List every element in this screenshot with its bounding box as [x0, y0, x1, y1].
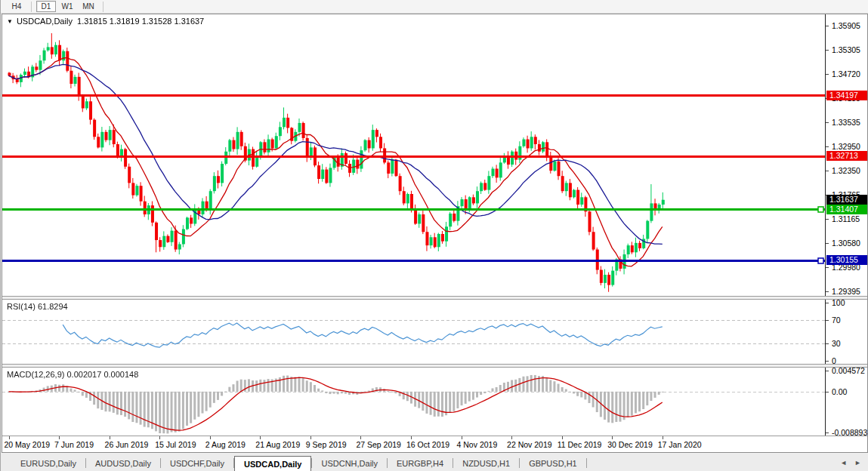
macd-tick-label: -0.008893: [832, 428, 867, 436]
macd-pane: MACD(12,26,9) 0.002017 0.000148 0.004572…: [2, 368, 867, 436]
date-axis-label: 11 Dec 2019: [558, 440, 602, 449]
toolbar-separator: [31, 2, 32, 12]
rsi-tick-mark: [826, 320, 829, 321]
date-axis-label: 27 Sep 2019: [356, 440, 401, 449]
macd-tick-label: 0.00: [832, 387, 847, 396]
date-axis-label: 22 Nov 2019: [507, 440, 552, 449]
price-tick-mark: [826, 171, 829, 171]
date-tick-mark: [360, 436, 361, 439]
tab-scroll-left-icon[interactable]: ◄: [840, 459, 847, 466]
date-axis-label: 7 Jun 2019: [54, 440, 94, 449]
date-axis-label: 30 Dec 2019: [607, 440, 653, 449]
price-tick-label: 1.32950: [832, 142, 860, 151]
chart-ohlc-values: 1.31815 1.31819 1.31528 1.31637: [77, 17, 204, 26]
symbol-tab-nzdusd[interactable]: NZDUSD,H1: [453, 456, 519, 471]
rsi-tick-label: 0: [832, 356, 836, 364]
date-axis-label: 4 Nov 2019: [457, 440, 498, 449]
date-axis-label: 9 Sep 2019: [306, 440, 347, 449]
price-tick-label: 1.35305: [832, 45, 860, 54]
date-axis-label: 15 Jul 2019: [155, 440, 196, 449]
tab-separator: [586, 458, 587, 468]
symbol-tab-bar: EURUSD,DailyAUDUSD,DailyUSDCHF,DailyUSDC…: [1, 454, 868, 471]
macd-axis: 0.0045720.00-0.008893: [825, 368, 867, 436]
rsi-tick-label: 30: [832, 339, 841, 348]
date-axis-label: 2 Aug 2019: [205, 440, 246, 449]
price-line-tag[interactable]: 1.31407: [826, 205, 867, 214]
rsi-pane: RSI(14) 61.8294 10070300: [2, 300, 867, 364]
price-tick-mark: [826, 267, 829, 268]
date-tick-mark: [210, 436, 211, 439]
date-axis-label: 20 May 2019: [5, 440, 51, 449]
chart-symbol-label: USDCAD,Daily: [17, 17, 73, 26]
price-line-tag[interactable]: 1.30155: [826, 255, 867, 265]
rsi-chart-canvas[interactable]: [2, 300, 825, 364]
price-tick-label: 1.34720: [832, 69, 860, 78]
date-axis-label: 16 Oct 2019: [406, 440, 449, 449]
symbol-tab-eurusd[interactable]: EURUSD,Daily: [11, 456, 85, 471]
price-tick-mark: [826, 50, 829, 51]
symbol-tab-gbpusd[interactable]: GBPUSD,H1: [520, 456, 586, 471]
rsi-label: RSI(14) 61.8294: [7, 302, 68, 311]
mt4-chart-app: H4D1W1MN ▼USDCAD,Daily 1.31815 1.31819 1…: [0, 0, 868, 471]
date-axis-label: 17 Jan 2020: [658, 440, 702, 449]
symbol-tab-eurgbp[interactable]: EURGBP,H4: [388, 456, 453, 471]
chart-dropdown-icon[interactable]: ▼: [7, 18, 13, 25]
rsi-tick-mark: [826, 303, 829, 303]
price-tick-mark: [826, 243, 829, 244]
date-tick-mark: [310, 436, 311, 439]
symbol-tab-audusd[interactable]: AUDUSD,Daily: [86, 456, 160, 471]
price-tick-mark: [826, 291, 829, 292]
macd-label: MACD(12,26,9) 0.002017 0.000148: [7, 370, 138, 379]
tab-scroll-arrows: ◄►: [840, 454, 868, 471]
date-tick-mark: [663, 436, 663, 439]
timeframe-button-mn[interactable]: MN: [79, 1, 98, 12]
timeframe-button-d1[interactable]: D1: [36, 1, 56, 12]
rsi-tick-mark: [826, 361, 829, 362]
toolbar-separator: [103, 2, 103, 12]
current-price-tag: 1.31637: [826, 195, 867, 205]
date-tick-mark: [9, 436, 10, 439]
price-tick-mark: [826, 122, 829, 123]
chart-window: ▼USDCAD,Daily 1.31815 1.31819 1.31528 1.…: [2, 14, 868, 453]
price-line-tag[interactable]: 1.32713: [826, 151, 867, 161]
macd-tick-mark: [826, 392, 829, 392]
price-axis: 1.359051.353051.347201.341351.335351.329…: [825, 14, 867, 296]
timeframe-button-w1[interactable]: W1: [57, 1, 77, 12]
chart-title: ▼USDCAD,Daily 1.31815 1.31819 1.31528 1.…: [7, 17, 204, 26]
tab-scroll-right-icon[interactable]: ►: [854, 459, 861, 466]
price-tick-mark: [826, 146, 829, 147]
symbol-tab-usdcad[interactable]: USDCAD,Daily: [234, 456, 311, 471]
price-tick-mark: [826, 26, 829, 26]
timeframe-toolbar: H4D1W1MN: [1, 0, 868, 14]
price-tick-label: 1.32350: [832, 166, 860, 175]
timeframe-button-h4[interactable]: H4: [7, 1, 26, 12]
date-axis-label: 21 Aug 2019: [255, 440, 300, 449]
price-pane: ▼USDCAD,Daily 1.31815 1.31819 1.31528 1.…: [2, 14, 867, 296]
date-tick-mark: [511, 436, 512, 439]
price-chart-canvas[interactable]: [2, 14, 825, 296]
macd-tick-label: 0.004572: [832, 368, 865, 375]
date-axis: 20 May 20197 Jun 201926 Jun 201915 Jul 2…: [2, 436, 867, 452]
price-tick-label: 1.30580: [832, 239, 860, 248]
date-tick-mark: [59, 436, 60, 439]
date-tick-mark: [260, 436, 261, 439]
rsi-tick-label: 100: [832, 300, 845, 307]
price-line-tag[interactable]: 1.34197: [826, 91, 867, 100]
macd-tick-mark: [826, 433, 829, 433]
price-tick-label: 1.33535: [832, 118, 860, 127]
rsi-tick-mark: [826, 343, 829, 344]
date-tick-mark: [159, 436, 160, 439]
date-tick-mark: [612, 436, 613, 439]
symbol-tab-usdchf[interactable]: USDCHF,Daily: [161, 456, 233, 471]
price-tick-mark: [826, 74, 829, 75]
rsi-tick-label: 70: [832, 316, 841, 325]
symbol-tab-usdcnh[interactable]: USDCNH,Daily: [312, 456, 387, 471]
price-tick-mark: [826, 219, 829, 220]
price-tick-label: 1.31165: [832, 214, 860, 223]
date-tick-mark: [110, 436, 110, 439]
date-tick-mark: [462, 436, 462, 439]
date-axis-label: 26 Jun 2019: [105, 440, 149, 449]
macd-tick-mark: [826, 371, 829, 371]
price-tick-label: 1.29395: [832, 287, 860, 296]
date-tick-mark: [411, 436, 412, 439]
